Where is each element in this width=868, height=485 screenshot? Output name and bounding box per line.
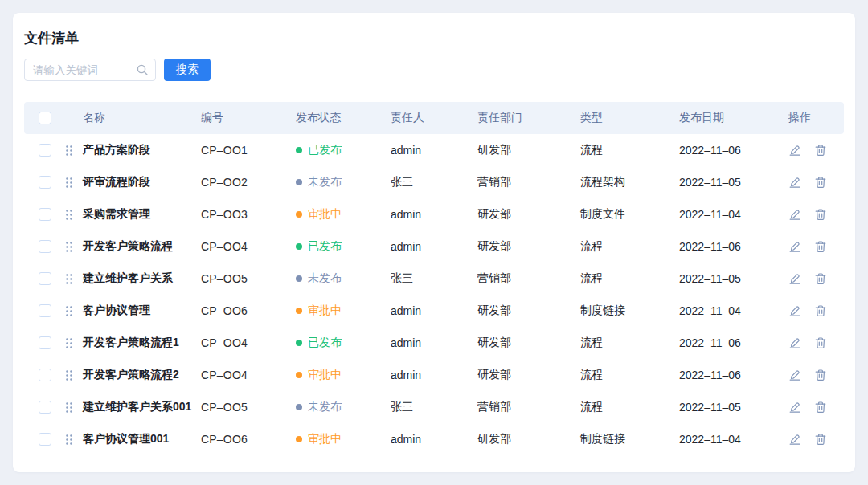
select-all-checkbox[interactable] <box>39 112 51 124</box>
status-label: 未发布 <box>308 400 342 414</box>
cell-owner: admin <box>391 240 477 253</box>
trash-icon[interactable] <box>814 176 827 189</box>
row-checkbox[interactable] <box>39 336 51 349</box>
table-row: 客户协议管理001 CP–OO6 审批中 admin 研发部 制度链接 2022… <box>24 423 844 455</box>
drag-handle-icon[interactable] <box>64 273 74 285</box>
edit-icon[interactable] <box>788 176 801 189</box>
row-checkbox[interactable] <box>39 144 51 157</box>
table-row: 开发客户策略流程1 CP–OO4 已发布 admin 研发部 流程 2022–1… <box>24 327 844 359</box>
row-actions <box>788 304 844 317</box>
status-badge: 审批中 <box>296 368 391 382</box>
status-label: 审批中 <box>308 304 342 318</box>
row-actions <box>788 336 844 349</box>
row-actions <box>788 176 844 189</box>
edit-icon[interactable] <box>788 208 801 221</box>
row-checkbox[interactable] <box>39 304 51 317</box>
trash-icon[interactable] <box>814 272 827 285</box>
edit-icon[interactable] <box>788 401 801 414</box>
table-row: 开发客户策略流程2 CP–OO4 审批中 admin 研发部 流程 2022–1… <box>24 359 844 391</box>
status-label: 未发布 <box>308 271 342 286</box>
drag-handle-icon[interactable] <box>64 401 74 414</box>
drag-handle-icon[interactable] <box>64 177 74 189</box>
file-list-card: 文件清单 搜索 名称 编号 发布状态 责任人 责任部门 类型 发布日期 操作 <box>13 13 855 472</box>
cell-type: 流程架构 <box>580 175 679 190</box>
status-badge: 已发布 <box>296 239 391 254</box>
drag-handle-icon[interactable] <box>64 305 74 317</box>
status-label: 审批中 <box>308 432 342 446</box>
trash-icon[interactable] <box>814 240 827 253</box>
drag-handle-icon[interactable] <box>64 337 74 349</box>
edit-icon[interactable] <box>788 304 801 317</box>
trash-icon[interactable] <box>814 369 827 381</box>
search-button[interactable]: 搜索 <box>164 59 211 81</box>
status-badge: 审批中 <box>296 304 391 318</box>
cell-name: 客户协议管理 <box>83 304 201 318</box>
cell-date: 2022–11–06 <box>679 336 788 349</box>
status-badge: 审批中 <box>296 432 391 446</box>
row-checkbox[interactable] <box>39 433 51 446</box>
drag-handle-icon[interactable] <box>64 145 74 157</box>
edit-icon[interactable] <box>788 433 801 446</box>
row-checkbox[interactable] <box>39 401 51 414</box>
cell-department: 营销部 <box>477 175 580 190</box>
row-checkbox[interactable] <box>39 240 51 253</box>
cell-department: 研发部 <box>477 368 580 382</box>
row-checkbox[interactable] <box>39 272 51 285</box>
column-header-department: 责任部门 <box>477 111 580 125</box>
trash-icon[interactable] <box>814 401 827 414</box>
table-row: 采购需求管理 CP–OO3 审批中 admin 研发部 制度文件 2022–11… <box>24 198 844 230</box>
trash-icon[interactable] <box>814 208 827 221</box>
status-label: 已发布 <box>308 143 342 157</box>
status-dot-icon <box>296 404 302 410</box>
cell-department: 研发部 <box>477 143 580 157</box>
cell-date: 2022–11–05 <box>679 176 788 189</box>
status-label: 审批中 <box>308 368 342 382</box>
trash-icon[interactable] <box>814 304 827 317</box>
trash-icon[interactable] <box>814 336 827 349</box>
status-dot-icon <box>296 372 302 378</box>
status-dot-icon <box>296 275 302 282</box>
column-header-name: 名称 <box>83 111 201 125</box>
cell-owner: admin <box>391 336 477 349</box>
file-table: 名称 编号 发布状态 责任人 责任部门 类型 发布日期 操作 产品方案阶段 CP… <box>13 102 855 455</box>
edit-icon[interactable] <box>788 336 801 349</box>
row-checkbox[interactable] <box>39 208 51 221</box>
cell-owner: admin <box>391 304 477 317</box>
cell-name: 建立维护客户关系 <box>83 271 201 286</box>
search-bar: 搜索 <box>24 59 844 81</box>
search-input[interactable] <box>24 59 156 81</box>
edit-icon[interactable] <box>788 240 801 253</box>
cell-code: CP–OO1 <box>201 144 296 157</box>
cell-date: 2022–11–04 <box>679 208 788 221</box>
cell-owner: admin <box>391 369 477 381</box>
drag-handle-icon[interactable] <box>64 241 74 253</box>
cell-date: 2022–11–06 <box>679 369 788 381</box>
row-checkbox[interactable] <box>39 369 51 381</box>
row-actions <box>788 401 844 414</box>
edit-icon[interactable] <box>788 272 801 285</box>
cell-type: 制度文件 <box>580 207 679 222</box>
cell-type: 流程 <box>580 368 679 382</box>
edit-icon[interactable] <box>788 144 801 157</box>
cell-department: 研发部 <box>477 336 580 350</box>
trash-icon[interactable] <box>814 144 827 157</box>
cell-date: 2022–11–06 <box>679 144 788 157</box>
status-dot-icon <box>296 340 302 346</box>
cell-code: CP–OO4 <box>201 336 296 349</box>
drag-handle-icon[interactable] <box>64 369 74 381</box>
drag-handle-icon[interactable] <box>64 209 74 221</box>
cell-department: 营销部 <box>477 271 580 286</box>
cell-type: 流程 <box>580 336 679 350</box>
status-badge: 已发布 <box>296 336 391 350</box>
row-checkbox[interactable] <box>39 176 51 189</box>
trash-icon[interactable] <box>814 433 827 446</box>
status-dot-icon <box>296 243 302 250</box>
status-dot-icon <box>296 147 302 153</box>
row-actions <box>788 369 844 381</box>
search-input-wrap <box>24 59 156 81</box>
edit-icon[interactable] <box>788 369 801 381</box>
drag-handle-icon[interactable] <box>64 434 74 446</box>
cell-code: CP–OO4 <box>201 369 296 381</box>
cell-code: CP–OO4 <box>201 240 296 253</box>
status-dot-icon <box>296 179 302 185</box>
